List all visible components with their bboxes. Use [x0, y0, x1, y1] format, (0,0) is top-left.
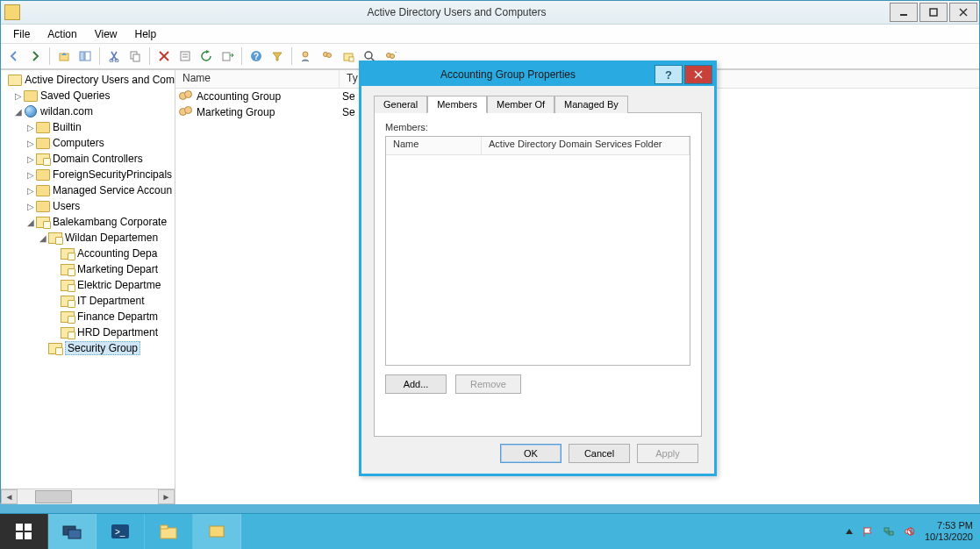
- tree-msa[interactable]: ▷Managed Service Accoun: [1, 182, 175, 198]
- tree-wildan-dept[interactable]: ◢Wildan Departemen: [1, 230, 175, 246]
- members-col-name[interactable]: Name: [386, 137, 482, 154]
- tree-dept-accounting[interactable]: Accounting Depa: [1, 246, 175, 261]
- tree-saved-queries[interactable]: ▷Saved Queries: [1, 88, 175, 103]
- tree-dept-hrd[interactable]: HRD Department: [1, 324, 175, 340]
- apply-button[interactable]: Apply: [637, 444, 698, 463]
- tab-members[interactable]: Members: [427, 96, 487, 113]
- tab-general[interactable]: General: [374, 96, 427, 113]
- tree-balekambang[interactable]: ◢Balekambang Corporate: [1, 214, 175, 230]
- task-aduc[interactable]: [193, 514, 241, 549]
- ok-button[interactable]: OK: [500, 444, 562, 463]
- start-button[interactable]: [0, 514, 48, 549]
- tab-member-of[interactable]: Member Of: [487, 96, 554, 113]
- list-cell-type: Se: [342, 106, 355, 118]
- tree-domain-controllers[interactable]: ▷Domain Controllers: [1, 151, 175, 167]
- expand-icon[interactable]: ▷: [25, 122, 36, 132]
- members-header[interactable]: Name Active Directory Domain Services Fo…: [386, 137, 690, 155]
- dialog-help-button[interactable]: ?: [655, 65, 683, 84]
- ou-icon: [61, 326, 75, 339]
- members-list[interactable]: Name Active Directory Domain Services Fo…: [385, 136, 690, 366]
- ou-icon: [61, 295, 75, 307]
- tree-root[interactable]: Active Directory Users and Com: [1, 72, 175, 88]
- properties-icon[interactable]: [175, 46, 195, 66]
- svg-rect-6: [85, 52, 90, 61]
- cut-icon[interactable]: [104, 46, 124, 66]
- collapse-icon[interactable]: ◢: [38, 232, 48, 243]
- dialog-close-button[interactable]: [684, 65, 712, 84]
- new-user-icon[interactable]: [297, 46, 316, 66]
- menu-action[interactable]: Action: [39, 26, 85, 42]
- task-explorer[interactable]: [145, 514, 193, 549]
- svg-rect-23: [349, 57, 354, 61]
- new-group-icon[interactable]: [318, 46, 337, 66]
- expand-icon[interactable]: ▷: [25, 138, 36, 148]
- up-icon[interactable]: [54, 46, 74, 66]
- expand-icon[interactable]: ▷: [25, 185, 36, 196]
- scroll-track[interactable]: [18, 490, 158, 503]
- task-powershell[interactable]: >_: [97, 514, 145, 549]
- ou-icon: [61, 279, 75, 291]
- tree-domain[interactable]: ◢wildan.com: [1, 103, 175, 119]
- delete-icon[interactable]: [154, 46, 174, 66]
- expand-icon[interactable]: ▷: [25, 169, 36, 180]
- filter-icon[interactable]: [268, 46, 287, 66]
- group-icon: [179, 90, 193, 103]
- menu-view[interactable]: View: [86, 26, 126, 42]
- column-name[interactable]: Name: [175, 70, 340, 88]
- scroll-right-icon[interactable]: ►: [158, 489, 175, 504]
- remove-button[interactable]: Remove: [455, 374, 521, 394]
- help-icon[interactable]: ?: [247, 46, 266, 66]
- tray-network-icon[interactable]: [883, 525, 895, 538]
- tree-computers[interactable]: ▷Computers: [1, 135, 175, 151]
- tree-builtin[interactable]: ▷Builtin: [1, 119, 175, 135]
- export-icon[interactable]: [218, 46, 237, 66]
- ou-icon: [36, 153, 50, 165]
- new-ou-icon[interactable]: [339, 46, 358, 66]
- scroll-left-icon[interactable]: ◄: [1, 489, 18, 504]
- expand-icon[interactable]: ▷: [13, 90, 24, 101]
- minimize-button[interactable]: [890, 3, 918, 22]
- svg-text:>_: >_: [115, 527, 125, 537]
- task-server-manager[interactable]: [48, 514, 97, 549]
- tray-flag-icon[interactable]: [862, 525, 874, 538]
- forward-icon[interactable]: [25, 46, 45, 66]
- add-button[interactable]: Add...: [385, 374, 447, 394]
- expand-icon[interactable]: ▷: [25, 201, 36, 211]
- cancel-button[interactable]: Cancel: [569, 444, 630, 463]
- tree-fsp[interactable]: ▷ForeignSecurityPrincipals: [1, 167, 175, 182]
- tree-pane[interactable]: Active Directory Users and Com ▷Saved Qu…: [1, 70, 175, 504]
- tree-security-group[interactable]: Security Group: [1, 340, 175, 356]
- refresh-icon[interactable]: [197, 46, 216, 66]
- tree-horizontal-scrollbar[interactable]: ◄ ►: [1, 488, 175, 504]
- maximize-button[interactable]: [919, 3, 948, 22]
- tab-managed-by[interactable]: Managed By: [554, 96, 628, 113]
- folder-icon: [36, 184, 50, 196]
- close-button[interactable]: [949, 3, 977, 22]
- group-icon: [179, 106, 193, 118]
- dialog-title-bar[interactable]: Accounting Group Properties ?: [361, 63, 714, 86]
- expand-icon[interactable]: ▷: [25, 153, 36, 164]
- show-hide-tree-icon[interactable]: [75, 46, 95, 66]
- tray-sound-icon[interactable]: [904, 525, 916, 538]
- collapse-icon[interactable]: ◢: [25, 217, 36, 227]
- tree-label: Accounting Depa: [77, 247, 157, 260]
- tree-dept-marketing[interactable]: Marketing Depart: [1, 261, 175, 277]
- menu-file[interactable]: File: [4, 26, 39, 42]
- svg-rect-34: [25, 532, 32, 539]
- tree-dept-elektric[interactable]: Elektric Departme: [1, 277, 175, 293]
- tray-clock[interactable]: 7:53 PM 10/13/2020: [925, 520, 973, 543]
- copy-icon[interactable]: [125, 46, 145, 66]
- back-icon[interactable]: [4, 46, 24, 66]
- tree-dept-it[interactable]: IT Department: [1, 293, 175, 309]
- tree-label: Wildan Departemen: [65, 232, 158, 244]
- tree-dept-finance[interactable]: Finance Departm: [1, 309, 175, 324]
- members-col-folder[interactable]: Active Directory Domain Services Folder: [482, 137, 690, 154]
- menu-help[interactable]: Help: [126, 26, 166, 42]
- scroll-thumb[interactable]: [35, 490, 72, 503]
- ou-icon: [48, 232, 62, 244]
- folder-icon: [36, 200, 50, 212]
- tray-overflow-icon[interactable]: [846, 529, 853, 534]
- tree-label: Computers: [53, 137, 104, 149]
- collapse-icon[interactable]: ◢: [13, 106, 24, 117]
- tree-users[interactable]: ▷Users: [1, 198, 175, 214]
